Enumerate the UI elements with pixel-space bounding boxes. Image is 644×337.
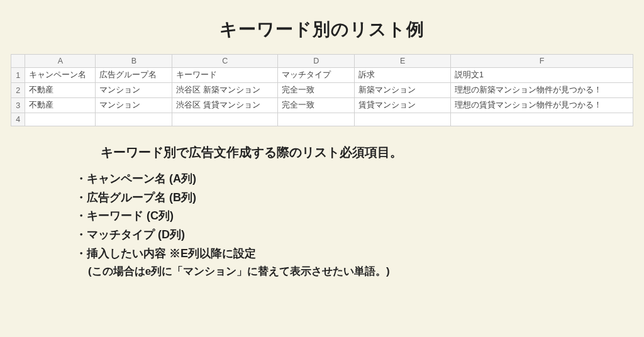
cell: 不動産 — [25, 83, 96, 98]
cell: キャンペーン名 — [25, 68, 96, 83]
table-row: 4 — [11, 113, 633, 126]
cell: キーワード — [172, 68, 278, 83]
cell: マッチタイプ — [278, 68, 355, 83]
cell: マンション — [96, 83, 172, 98]
cell: 広告グループ名 — [96, 68, 172, 83]
row-label: 2 — [11, 83, 25, 98]
cell — [278, 113, 355, 126]
spreadsheet-table: A B C D E F 1 キャンペーン名 広告グループ名 キーワード マッチタ… — [11, 54, 633, 126]
col-label-C: C — [172, 55, 278, 68]
col-label-A: A — [25, 55, 96, 68]
row-label: 3 — [11, 98, 25, 113]
cell: 不動産 — [25, 98, 96, 113]
cell: 理想の賃貸マンション物件が見つかる！ — [450, 98, 633, 113]
column-header-row: A B C D E F — [11, 55, 633, 68]
row-label: 4 — [11, 113, 25, 126]
cell: 賃貸マンション — [355, 98, 451, 113]
list-item: 広告グループ名 (B列) — [75, 189, 644, 207]
cell — [355, 113, 451, 126]
cell: 訴求 — [355, 68, 451, 83]
cell: 新築マンション — [355, 83, 451, 98]
note-text: (この場合はe列に「マンション」に替えて表示させたい単語。) — [88, 264, 644, 279]
col-label-E: E — [355, 55, 451, 68]
cell: 渋谷区 賃貸マンション — [172, 98, 278, 113]
table-row: 2 不動産 マンション 渋谷区 新築マンション 完全一致 新築マンション 理想の… — [11, 83, 633, 98]
cell: マンション — [96, 98, 172, 113]
col-label-F: F — [450, 55, 633, 68]
list-item: 挿入したい内容 ※E列以降に設定 — [75, 245, 644, 263]
cell: 完全一致 — [278, 83, 355, 98]
cell — [25, 113, 96, 126]
subtitle: キーワード別で広告文作成する際のリスト必須項目。 — [101, 144, 644, 161]
page-title: キーワード別のリスト例 — [0, 18, 644, 41]
bullet-list: キャンペーン名 (A列) 広告グループ名 (B列) キーワード (C列) マッチ… — [75, 170, 644, 263]
table-row: 1 キャンペーン名 広告グループ名 キーワード マッチタイプ 訴求 説明文1 — [11, 68, 633, 83]
list-item: キーワード (C列) — [75, 207, 644, 226]
col-label-D: D — [278, 55, 355, 68]
col-label-B: B — [96, 55, 172, 68]
list-item: マッチタイプ (D列) — [75, 226, 644, 245]
cell: 完全一致 — [278, 98, 355, 113]
cell: 理想の新築マンション物件が見つかる！ — [450, 83, 633, 98]
corner-cell — [11, 55, 25, 68]
cell — [172, 113, 278, 126]
cell — [96, 113, 172, 126]
table-row: 3 不動産 マンション 渋谷区 賃貸マンション 完全一致 賃貸マンション 理想の… — [11, 98, 633, 113]
list-item: キャンペーン名 (A列) — [75, 170, 644, 189]
cell: 渋谷区 新築マンション — [172, 83, 278, 98]
cell: 説明文1 — [450, 68, 633, 83]
row-label: 1 — [11, 68, 25, 83]
cell — [450, 113, 633, 126]
